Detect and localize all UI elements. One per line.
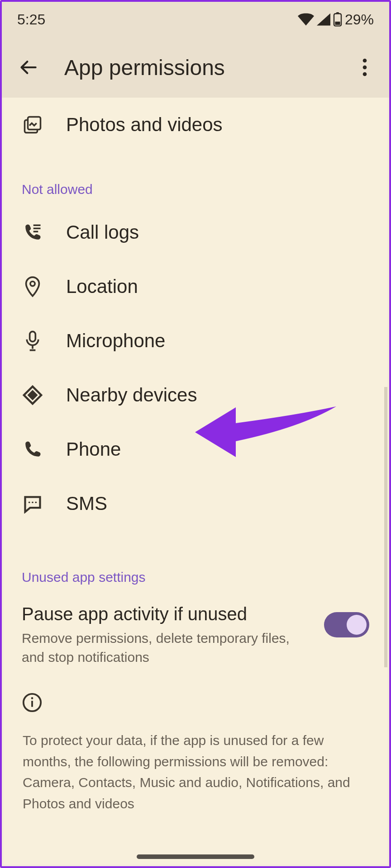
svg-rect-2: [335, 22, 340, 25]
svg-point-10: [30, 281, 35, 286]
battery-text: 29%: [345, 11, 374, 28]
permission-phone[interactable]: Phone: [4, 422, 387, 476]
permission-label: Photos and videos: [66, 114, 223, 136]
status-right: 29%: [298, 11, 374, 28]
status-time: 5:25: [17, 11, 45, 28]
permission-microphone[interactable]: Microphone: [4, 314, 387, 368]
permission-location[interactable]: Location: [4, 259, 387, 314]
content-area: Photos and videos Not allowed Call logs …: [4, 98, 387, 864]
call-logs-icon: [22, 222, 43, 243]
app-bar: App permissions: [2, 37, 389, 98]
more-menu-button[interactable]: [351, 54, 378, 81]
permission-nearby-devices[interactable]: Nearby devices: [4, 368, 387, 422]
section-not-allowed: Not allowed: [4, 170, 387, 205]
phone-icon: [22, 439, 43, 460]
back-button[interactable]: [15, 54, 43, 81]
permission-photos-videos[interactable]: Photos and videos: [4, 98, 387, 152]
svg-point-12: [29, 501, 30, 503]
svg-point-5: [363, 72, 367, 76]
gesture-nav-bar[interactable]: [137, 854, 254, 859]
permission-label: Nearby devices: [66, 384, 197, 406]
location-icon: [22, 276, 43, 297]
info-icon: [4, 678, 387, 719]
pause-activity-title: Pause app activity if unused: [22, 604, 311, 624]
svg-rect-6: [28, 117, 41, 130]
permission-label: Microphone: [66, 330, 165, 352]
permission-call-logs[interactable]: Call logs: [4, 205, 387, 259]
svg-rect-8: [33, 228, 41, 230]
permission-label: Location: [66, 276, 138, 297]
section-unused-app: Unused app settings: [4, 558, 387, 593]
scrollbar[interactable]: [384, 387, 387, 667]
pause-activity-toggle[interactable]: [324, 612, 369, 637]
svg-point-17: [31, 697, 33, 699]
more-vert-icon: [362, 58, 367, 76]
toggle-knob: [347, 615, 367, 635]
svg-point-13: [32, 501, 33, 503]
pause-app-activity-row[interactable]: Pause app activity if unused Remove perm…: [4, 593, 387, 678]
page-title: App permissions: [64, 55, 351, 80]
signal-icon: [317, 13, 330, 26]
pause-activity-desc: Remove permissions, delete temporary fil…: [22, 629, 311, 667]
back-arrow-icon: [19, 57, 39, 77]
photos-icon: [22, 114, 43, 136]
svg-rect-9: [33, 231, 38, 233]
svg-rect-1: [336, 12, 339, 14]
sms-icon: [22, 493, 43, 514]
nearby-icon: [22, 384, 43, 406]
svg-point-4: [363, 66, 367, 70]
svg-rect-11: [30, 331, 36, 341]
permission-label: Phone: [66, 439, 121, 460]
status-bar: 5:25 29%: [2, 2, 389, 37]
permission-label: SMS: [66, 493, 107, 514]
permission-sms[interactable]: SMS: [4, 476, 387, 531]
microphone-icon: [22, 330, 43, 352]
info-text: To protect your data, if the app is unus…: [4, 719, 387, 814]
battery-icon: [333, 12, 342, 27]
svg-point-3: [363, 59, 367, 63]
svg-point-14: [35, 501, 37, 503]
wifi-icon: [298, 13, 314, 26]
permission-label: Call logs: [66, 222, 139, 243]
svg-rect-7: [33, 225, 41, 226]
